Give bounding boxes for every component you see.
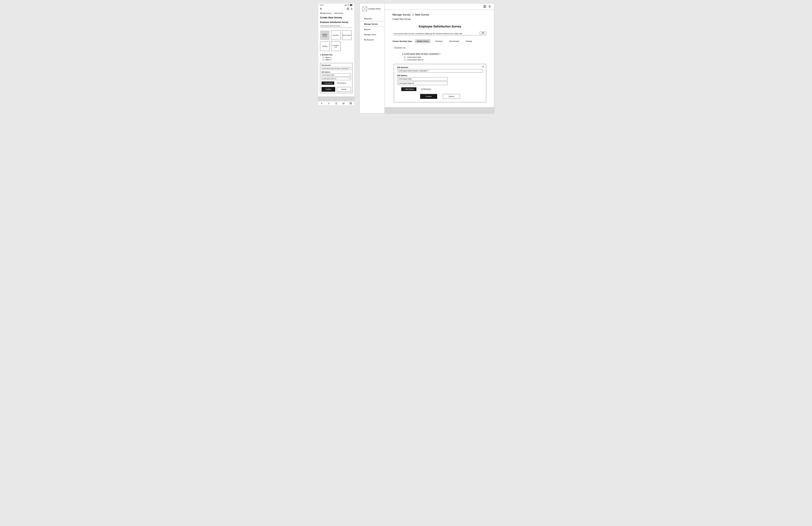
qtype-ranking[interactable]: Ranking xyxy=(464,39,474,43)
sidebar-item-requests[interactable]: Requests xyxy=(360,16,385,21)
option-row[interactable]: Lorem ipsum dolor xyxy=(404,56,488,58)
page-subtitle: Create New Survey xyxy=(392,18,488,20)
mandatory-toggle[interactable]: ✓Mandatory xyxy=(421,88,431,90)
breadcrumb: Manage Survey New Survey xyxy=(392,13,488,16)
edit-option-input[interactable] xyxy=(397,77,448,81)
edit-question-label: Edit Question xyxy=(321,64,351,66)
close-icon[interactable]: ✕ xyxy=(482,65,484,68)
option-row[interactable]: Lorem ipsum dolor sit xyxy=(404,59,488,61)
sidebar-item-my-account[interactable]: My Account xyxy=(360,37,385,42)
qtype-checkbox[interactable]: Checkbox xyxy=(433,39,445,43)
share-icon[interactable] xyxy=(335,102,337,104)
forward-icon[interactable] xyxy=(328,102,330,104)
edit-options-label: Edit Options xyxy=(321,71,351,73)
option-row[interactable]: Option 2 xyxy=(322,59,352,61)
logo: Company Name xyxy=(360,7,385,16)
back-icon[interactable] xyxy=(321,102,323,104)
logo-icon xyxy=(362,7,367,11)
book-icon[interactable] xyxy=(343,102,345,104)
desktop-main: Manage Survey New Survey Create New Surv… xyxy=(385,3,494,113)
mobile-topbar xyxy=(318,7,354,11)
breadcrumb-new: New Survey xyxy=(334,12,343,14)
mandatory-toggle[interactable]: ✓Mandatory xyxy=(337,82,346,84)
status-time: 15:45 xyxy=(320,4,323,6)
survey-title: Employee Satisifaction Survey xyxy=(392,25,488,28)
confirm-button[interactable]: Confirm xyxy=(420,94,437,99)
edit-question-label: Edit Question xyxy=(397,66,483,68)
survey-desc[interactable]: Lorem ipsum dolor sit amet,.. xyxy=(320,24,352,28)
edit-question-panel: ✕ Edit Question Edit Options +Add Option… xyxy=(394,64,486,102)
radio-icon xyxy=(404,59,406,61)
cancel-button[interactable]: Cancel xyxy=(443,94,460,99)
question-type-row: Choose Question Type: Multiple Choice Ch… xyxy=(392,39,488,50)
hamburger-icon[interactable] xyxy=(320,7,322,10)
status-icons xyxy=(345,4,353,6)
mobile-status-bar: 15:45 xyxy=(318,3,354,7)
qtype-dropdown-list[interactable]: Dropdown List xyxy=(331,42,340,51)
tabs-icon[interactable] xyxy=(350,102,352,104)
question-text: 1. Lorem ipsum dolor sit amet, consectet… xyxy=(402,53,488,55)
footer-placeholder xyxy=(385,107,494,113)
edit-question-input[interactable] xyxy=(397,69,483,73)
account-icon[interactable] xyxy=(483,5,486,8)
remove-icon[interactable]: — xyxy=(349,74,350,76)
edit-button[interactable]: Edit xyxy=(480,31,486,34)
survey-desc: Lorem ipsum dolor sit amet, consectetur … xyxy=(394,33,477,34)
confirm-button[interactable]: Confirm xyxy=(321,87,335,92)
qtype-label: Choose Question Type: xyxy=(392,40,412,42)
account-icon[interactable] xyxy=(347,7,349,10)
edit-question-input[interactable] xyxy=(321,67,351,70)
qtype-short-answer[interactable]: Short Answer xyxy=(447,39,461,43)
question-type-grid: Multiple Choice Checkbox Short Answer Ra… xyxy=(320,31,352,51)
breadcrumb: Manage Survey New Survey xyxy=(318,11,354,15)
qtype-ranking[interactable]: Ranking xyxy=(320,42,330,51)
add-options-button[interactable]: +Add Options xyxy=(321,81,334,85)
sidebar-item-manage-survey[interactable]: Manage Survey xyxy=(360,21,385,27)
edit-option-row[interactable]: Lorem ipsum dolor— xyxy=(321,74,351,76)
edit-options-label: Edit Options xyxy=(397,75,483,76)
signal-icon xyxy=(345,4,347,6)
plus-icon: + xyxy=(323,82,324,84)
radio-icon xyxy=(322,57,324,58)
breadcrumb-manage[interactable]: Manage Survey xyxy=(392,13,411,16)
mobile-frame: 15:45 Manage Survey New Survey Create Ne… xyxy=(318,3,354,105)
qtype-checkbox[interactable]: Checkbox xyxy=(331,31,340,40)
svg-rect-3 xyxy=(346,4,346,6)
option-row[interactable]: Option 1 xyxy=(322,57,352,58)
svg-rect-5 xyxy=(352,5,352,5)
radio-icon xyxy=(322,59,324,61)
svg-rect-13 xyxy=(350,103,351,104)
desktop-frame: Company Name Requests Manage Survey Repo… xyxy=(359,3,494,114)
desktop-header xyxy=(385,3,494,10)
breadcrumb-manage[interactable]: Manage Survey xyxy=(320,12,332,14)
qtype-multiple-choice[interactable]: Multiple Choice xyxy=(415,39,431,43)
edit-option-input[interactable] xyxy=(397,81,448,85)
survey-desc-row: Lorem ipsum dolor sit amet, consectetur … xyxy=(394,31,486,35)
sidebar-item-reports[interactable]: Reports xyxy=(360,27,385,32)
add-options-button[interactable]: +Add Options xyxy=(401,87,417,91)
mobile-bottom-nav xyxy=(318,101,354,105)
page-title: Create New Survey xyxy=(318,15,354,21)
sidebar-item-manage-users[interactable]: Manage Users xyxy=(360,32,385,37)
remove-icon[interactable]: — xyxy=(349,78,350,79)
survey-title: Employee Satisifaction Survey xyxy=(320,21,352,24)
svg-rect-2 xyxy=(346,5,346,6)
qtype-short-answer[interactable]: Short Answer xyxy=(342,31,352,40)
radio-icon xyxy=(404,56,406,58)
cancel-button[interactable]: Cancel xyxy=(337,87,351,92)
qtype-dropdown-list[interactable]: Dropdown List xyxy=(392,46,407,50)
edit-question-panel: Edit Question Edit Options Lorem ipsum d… xyxy=(320,63,352,93)
checkbox-checked-icon: ✓ xyxy=(421,88,423,90)
checkbox-checked-icon: ✓ xyxy=(337,82,339,84)
plus-icon: + xyxy=(404,88,405,90)
bell-icon[interactable] xyxy=(488,5,491,8)
company-name: Company Name xyxy=(368,8,381,10)
battery-icon xyxy=(350,4,353,6)
sidebar: Company Name Requests Manage Survey Repo… xyxy=(360,3,385,113)
qtype-multiple-choice[interactable]: Multiple Choice xyxy=(320,31,330,40)
edit-option-row[interactable]: Lorem ipsum dolor sit— xyxy=(321,77,351,80)
option-label: Option 2 xyxy=(325,59,332,61)
bell-icon[interactable] xyxy=(350,7,353,10)
footer-placeholder xyxy=(318,96,354,101)
option-label: Lorem ipsum dolor xyxy=(407,56,421,58)
